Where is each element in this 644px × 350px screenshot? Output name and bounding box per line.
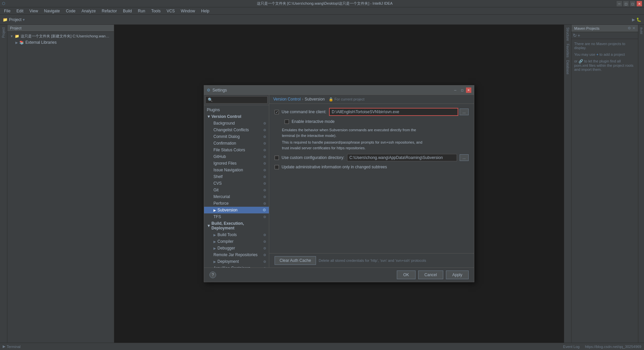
use-command-line-checkbox[interactable] — [275, 110, 279, 114]
settings-content-panel: Version Control › Subversion 🔒 For curre… — [269, 95, 474, 268]
settings-item-background[interactable]: Background ⚙ — [204, 120, 269, 127]
menu-code[interactable]: Code — [63, 8, 78, 14]
maven-settings-icon[interactable]: ⚙ — [628, 26, 631, 30]
menu-window[interactable]: Window — [178, 8, 198, 14]
settings-dialog: ⚙ Settings ─ ◻ ✕ — [204, 85, 474, 282]
settings-item-perforce[interactable]: Perforce ⚙ — [204, 200, 269, 207]
changelist-gear-icon: ⚙ — [263, 128, 266, 132]
version-control-expand-icon: ▼ — [207, 114, 210, 119]
settings-item-deployment[interactable]: ▶ Deployment ⚙ — [204, 258, 269, 265]
settings-item-compiler[interactable]: ▶ Compiler ⚙ — [204, 238, 269, 245]
toolbar-debug-icon[interactable]: 🐛 — [636, 17, 641, 22]
settings-item-changelist[interactable]: Changelist Conflicts ⚙ — [204, 127, 269, 133]
settings-plugins-item[interactable]: Plugins — [204, 107, 269, 113]
command-line-path-input[interactable] — [329, 108, 458, 116]
settings-item-debugger[interactable]: ▶ Debugger ⚙ — [204, 245, 269, 251]
menu-vcs[interactable]: VCS — [164, 8, 178, 14]
enable-interactive-label: Enable interactive mode — [292, 119, 335, 124]
menu-build[interactable]: Build — [120, 8, 135, 14]
help-button[interactable]: ? — [209, 272, 216, 278]
for-current-project-badge: 🔒 For current project — [329, 97, 364, 102]
maven-panel-controls: ⚙ ✕ — [628, 26, 635, 30]
ext-tree-arrow-icon: ▶ — [15, 41, 18, 44]
menu-navigate[interactable]: Navigate — [41, 8, 62, 14]
minimize-button[interactable]: ─ — [617, 1, 622, 6]
dialog-restore-button[interactable]: ◻ — [459, 88, 465, 93]
menu-help[interactable]: Help — [198, 8, 212, 14]
dialog-title-bar: ⚙ Settings ─ ◻ ✕ — [204, 85, 474, 95]
toolbar: 📁 Project ▾ ▶ 🐛 — [0, 15, 644, 25]
commit-dialog-label: Commit Dialog — [213, 134, 240, 139]
perforce-gear-icon: ⚙ — [263, 202, 266, 205]
external-libraries-item[interactable]: ▶ 📚 External Libraries — [9, 39, 113, 45]
deployment-gear-icon: ⚙ — [263, 260, 266, 264]
build-execution-section[interactable]: ▼ Build, Execution, Deployment — [204, 220, 269, 231]
settings-item-build-tools[interactable]: ▶ Build Tools ⚙ — [204, 231, 269, 238]
settings-search-input[interactable] — [205, 96, 268, 104]
subversion-label: Subversion — [217, 208, 237, 212]
apply-button[interactable]: Apply — [446, 271, 469, 279]
favorites-tab[interactable]: Favorites — [565, 42, 570, 59]
settings-item-github[interactable]: GitHub ⚙ — [204, 153, 269, 160]
main-area: ⚙ Settings ─ ◻ ✕ — [114, 25, 564, 343]
maven-refresh-icon[interactable]: ↻ — [573, 33, 577, 38]
version-control-section[interactable]: ▼ Version Control — [204, 113, 269, 120]
dialog-minimize-button[interactable]: ─ — [453, 88, 458, 93]
event-log-tab[interactable]: Event Log — [563, 345, 580, 349]
breadcrumb-parent-link[interactable]: Version Control — [273, 97, 301, 102]
settings-item-confirmation[interactable]: Confirmation ⚙ — [204, 140, 269, 147]
terminal-tab[interactable]: ▶ Terminal — [3, 344, 21, 349]
settings-item-tfs[interactable]: TFS ⚙ — [204, 213, 269, 220]
maven-close-icon[interactable]: ✕ — [632, 26, 635, 30]
project-root-item[interactable]: ▼ 📁 这只是一个文件夹 [新建文件夹] C:\Users\chong.wang… — [9, 33, 113, 39]
clear-auth-cache-button[interactable]: Clear Auth Cache — [275, 256, 316, 265]
right-structure-sidebar: Structure Favorites Database — [564, 25, 571, 343]
menu-tools[interactable]: Tools — [149, 8, 163, 14]
settings-item-issue-nav[interactable]: Issue Navigation ⚙ — [204, 167, 269, 173]
maven-find-icon-inline[interactable]: 🔗 — [579, 59, 584, 63]
description-line2: terminal (in the interactive mode). — [282, 133, 469, 139]
menu-refactor[interactable]: Refactor — [99, 8, 120, 14]
settings-item-remote-jar[interactable]: Remote Jar Repositories ⚙ — [204, 251, 269, 258]
update-admin-checkbox[interactable] — [275, 165, 279, 169]
maven-add-icon-inline[interactable]: + — [596, 52, 599, 56]
settings-item-ignored-files[interactable]: Ignored Files ⚙ — [204, 160, 269, 167]
build-execution-label: Build, Execution, Deployment — [211, 221, 266, 230]
settings-item-arquillian[interactable]: Arquillian Containers ⚙ — [204, 265, 269, 268]
background-label: Background — [213, 121, 235, 126]
restore-button[interactable]: ◻ — [623, 1, 629, 6]
build-tab[interactable]: Build — [639, 26, 644, 35]
git-label: Git — [213, 188, 218, 192]
enable-interactive-checkbox[interactable] — [285, 120, 289, 124]
use-custom-dir-checkbox[interactable] — [275, 156, 279, 160]
ok-button[interactable]: OK — [397, 271, 415, 279]
close-button[interactable]: ✕ — [637, 1, 642, 6]
settings-item-subversion[interactable]: ▶ Subversion ⚙ — [204, 207, 269, 213]
custom-dir-browse-button[interactable]: ... — [460, 154, 469, 161]
database-tab[interactable]: Database — [565, 59, 570, 76]
title-bar-text: 这只是一个文件夹 [C:\Users\chong.wang\Desktop\这只… — [7, 1, 642, 6]
cancel-button[interactable]: Cancel — [418, 271, 443, 279]
structure-tab[interactable]: Structure — [565, 26, 570, 42]
dialog-close-button[interactable]: ✕ — [466, 88, 471, 93]
custom-dir-input[interactable] — [347, 154, 457, 161]
maximize-button[interactable]: ◻ — [630, 1, 635, 6]
settings-item-cvs[interactable]: CVS ⚙ — [204, 180, 269, 187]
menu-analyze[interactable]: Analyze — [79, 8, 99, 14]
build-tools-expand-icon: ▶ — [213, 233, 216, 237]
menu-file[interactable]: File — [1, 8, 13, 14]
menu-run[interactable]: Run — [135, 8, 148, 14]
maven-add-icon[interactable]: + — [578, 33, 580, 38]
settings-item-shelf[interactable]: Shelf ⚙ — [204, 173, 269, 180]
build-sidebar: Build — [638, 25, 644, 343]
menu-view[interactable]: View — [27, 8, 41, 14]
settings-item-mercurial[interactable]: Mercurial ⚙ — [204, 193, 269, 200]
project-tab[interactable]: Project — [1, 26, 6, 39]
menu-edit[interactable]: Edit — [14, 8, 26, 14]
toolbar-run-icon[interactable]: ▶ — [632, 17, 635, 22]
toolbar-dropdown-icon[interactable]: ▾ — [23, 17, 25, 22]
settings-item-git[interactable]: Git ⚙ — [204, 187, 269, 193]
settings-item-commit-dialog[interactable]: Commit Dialog ⚙ — [204, 133, 269, 140]
browse-button[interactable]: ... — [460, 109, 469, 115]
settings-item-file-status[interactable]: File Status Colors ⚙ — [204, 147, 269, 153]
